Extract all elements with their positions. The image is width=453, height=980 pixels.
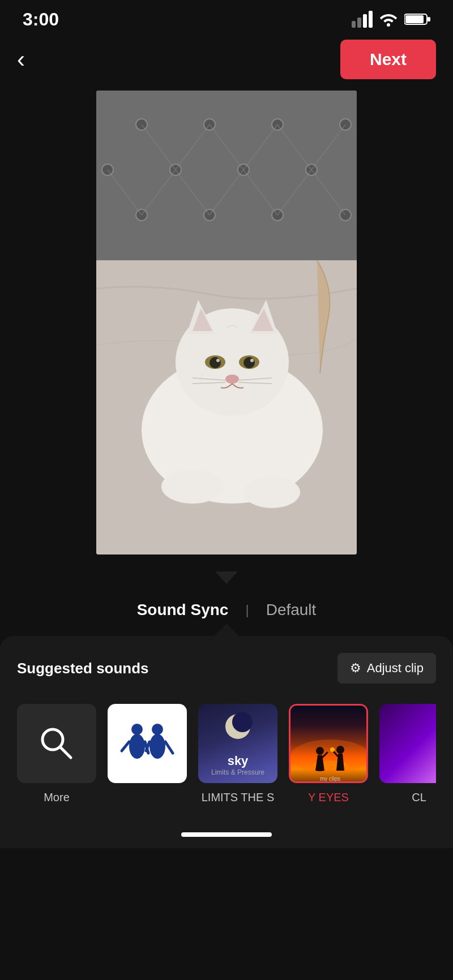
svg-rect-4 [96, 91, 357, 272]
sound-thumb-purple [379, 704, 436, 783]
svg-point-39 [210, 357, 221, 368]
sound-label-y-eyes: Y EYES [308, 791, 349, 804]
home-bar [181, 832, 272, 837]
svg-line-54 [122, 742, 129, 751]
svg-point-40 [243, 357, 255, 368]
sync-arrow [215, 571, 238, 584]
svg-rect-2 [428, 17, 430, 22]
header: ‹ Next [0, 34, 453, 91]
sound-thumb-sunset: my clips [289, 704, 368, 783]
adjust-clip-label: Adjust clip [367, 661, 424, 676]
blue-album-art [119, 718, 176, 769]
svg-point-41 [216, 359, 220, 362]
sound-label-sky: LIMITS THE S [202, 791, 275, 804]
main-image [96, 91, 357, 555]
main-image-container [0, 91, 453, 566]
svg-point-52 [131, 724, 143, 735]
purple-album-art [379, 704, 436, 783]
signal-bars-icon [352, 11, 373, 28]
sunset-album-art: my clips [290, 706, 368, 783]
status-time: 3:00 [23, 9, 59, 30]
home-indicator [17, 815, 436, 848]
next-button[interactable]: Next [340, 40, 436, 79]
sound-thumb-search [17, 704, 96, 783]
svg-text:my clips: my clips [320, 776, 340, 782]
svg-point-57 [149, 734, 165, 759]
sound-item-more[interactable]: More [17, 704, 96, 804]
svg-point-53 [129, 734, 145, 759]
svg-point-49 [243, 476, 300, 508]
svg-point-48 [161, 470, 224, 504]
sound-sync-label: Sound Sync [137, 601, 229, 619]
svg-point-43 [225, 375, 239, 384]
svg-rect-1 [405, 15, 424, 23]
svg-point-61 [232, 712, 253, 732]
adjust-clip-button[interactable]: ⚙ Adjust clip [337, 653, 436, 684]
sky-album-text: sky Limits & Pressure [198, 754, 277, 776]
sound-items-row: More [17, 704, 436, 815]
bottom-panel: Suggested sounds ⚙ Adjust clip More [0, 636, 453, 848]
svg-point-67 [316, 747, 324, 755]
svg-line-51 [60, 747, 71, 758]
sound-sync-divider: | [245, 602, 249, 618]
status-icons [352, 11, 430, 28]
status-bar: 3:00 [0, 0, 453, 34]
svg-point-71 [330, 747, 335, 752]
sound-thumb-blue [108, 704, 187, 783]
sound-item-sky[interactable]: sky Limits & Pressure LIMITS THE S [198, 704, 277, 804]
suggested-sounds-header: Suggested sounds ⚙ Adjust clip [17, 653, 436, 684]
svg-point-69 [336, 746, 344, 754]
back-button[interactable]: ‹ [17, 48, 25, 71]
suggested-sounds-title: Suggested sounds [17, 660, 149, 677]
cat-photo [96, 91, 357, 555]
svg-rect-73 [379, 704, 436, 783]
sound-label-cl: CL [412, 791, 426, 804]
battery-icon [404, 12, 430, 26]
sound-sync-default: Default [266, 601, 317, 619]
sound-item-y-eyes[interactable]: my clips Y EYES [289, 704, 368, 804]
adjust-clip-icon: ⚙ [350, 661, 361, 676]
moon-icon [221, 710, 255, 743]
svg-line-59 [165, 742, 173, 753]
search-icon [37, 724, 76, 763]
sound-item-cl[interactable]: CL [379, 704, 436, 804]
sound-label-more: More [44, 791, 70, 804]
sound-thumb-sky: sky Limits & Pressure [198, 704, 277, 783]
svg-point-56 [152, 724, 163, 735]
sound-item-blue[interactable] [108, 704, 187, 804]
svg-point-42 [250, 359, 254, 362]
panel-notch [213, 624, 240, 637]
wifi-icon [378, 12, 399, 27]
